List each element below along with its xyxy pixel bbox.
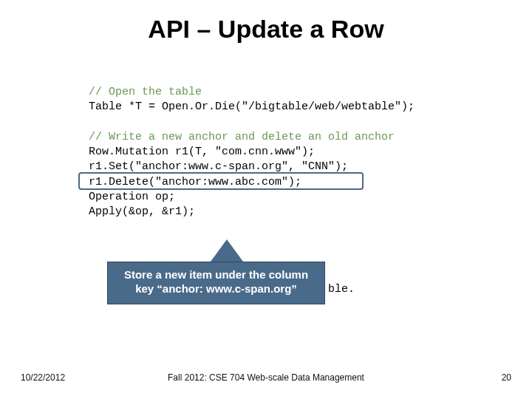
code-line-set: r1.Set("anchor:www.c-span.org", "CNN"); — [89, 160, 348, 173]
callout-text: Store a new item under the column key “a… — [124, 268, 308, 295]
callout-box: Store a new item under the column key “a… — [107, 262, 325, 304]
code-line-operation: Operation op; — [89, 191, 175, 203]
footer-page-number: 20 — [502, 372, 511, 383]
footer-course: Fall 2012: CSE 704 Web-scale Data Manage… — [0, 372, 532, 383]
code-comment-open-table: // Open the table — [89, 86, 202, 98]
callout-arrow-icon — [211, 239, 243, 262]
slide-title: API – Update a Row — [0, 15, 532, 44]
code-comment-write-anchor: // Write a new anchor and delete an old … — [89, 131, 395, 143]
obscured-background-text: ble. — [328, 283, 355, 296]
callout: Store a new item under the column key “a… — [107, 239, 325, 304]
code-line-open: Table *T = Open.Or.Die("/bigtable/web/we… — [89, 100, 415, 113]
code-block: // Open the table Table *T = Open.Or.Die… — [89, 85, 415, 219]
code-line-apply: Apply(&op, &r1); — [89, 205, 195, 218]
code-line-rowmutation: Row.Mutation r1(T, "com.cnn.www"); — [89, 146, 315, 158]
code-line-delete: r1.Delete("anchor:www.abc.com"); — [89, 176, 301, 188]
